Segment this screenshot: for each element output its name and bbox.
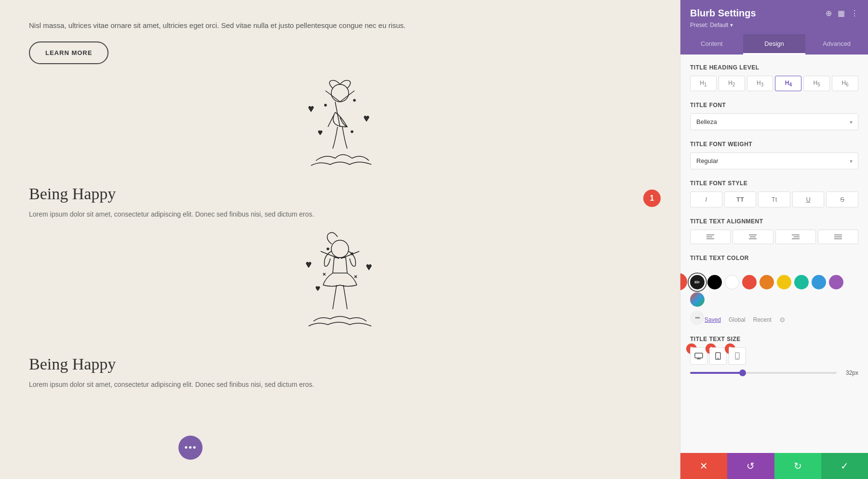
redo-button[interactable]: ↻ bbox=[774, 453, 821, 479]
title-text-color-label: Title Text Color bbox=[690, 255, 858, 261]
color-swatch-gradient[interactable] bbox=[690, 292, 705, 307]
style-capitalize-button[interactable]: Tt bbox=[758, 192, 790, 207]
style-underline-button[interactable]: U bbox=[792, 192, 825, 207]
panel-header: Blurb Settings ⊕ ▦ ⋮ Preset: Default ▾ bbox=[680, 0, 868, 34]
panel-title-row: Blurb Settings ⊕ ▦ ⋮ bbox=[690, 8, 858, 19]
text-block-top: Nisl massa, ultrices vitae ornare sit am… bbox=[29, 19, 651, 64]
size-slider[interactable] bbox=[690, 372, 837, 374]
section-1-title: Being Happy bbox=[29, 185, 651, 203]
panel-header-icons: ⊕ ▦ ⋮ bbox=[826, 9, 858, 18]
color-tab-recent[interactable]: Recent bbox=[753, 316, 772, 323]
svg-point-31 bbox=[718, 358, 719, 359]
color-swatch-blue[interactable] bbox=[812, 275, 826, 289]
color-swatch-yellow[interactable] bbox=[777, 275, 791, 289]
title-text-size-group: Title Text Size 3 bbox=[690, 336, 858, 376]
title-font-weight-group: Title Font Weight Regular ▼ bbox=[690, 141, 858, 169]
color-swatch-black[interactable] bbox=[707, 275, 722, 289]
panel-body: Title Heading Level H1 H2 H3 H4 H5 H6 Ti… bbox=[680, 55, 868, 453]
h6-button[interactable]: H6 bbox=[832, 76, 858, 91]
align-left-button[interactable] bbox=[690, 230, 731, 244]
illustration-2 bbox=[29, 230, 651, 345]
svg-point-6 bbox=[331, 240, 349, 258]
title-text-alignment-label: Title Text Alignment bbox=[690, 218, 858, 225]
mobile-size-button[interactable] bbox=[729, 347, 746, 365]
svg-point-10 bbox=[327, 248, 329, 250]
svg-point-4 bbox=[325, 104, 326, 106]
color-extra-row: ••• Saved Global Recent ⚙ bbox=[690, 311, 858, 325]
tab-content[interactable]: Content bbox=[680, 34, 743, 55]
size-slider-row: 32px bbox=[690, 370, 858, 376]
title-text-alignment-group: Title Text Alignment bbox=[690, 218, 858, 244]
align-center-icon bbox=[749, 234, 757, 240]
more-colors-button[interactable]: ••• bbox=[690, 311, 705, 325]
font-style-buttons: I TT Tt U S bbox=[690, 192, 858, 207]
badge-1: 1 bbox=[650, 194, 654, 203]
section-1-text: Lorem ipsum dolor sit amet, consectetur … bbox=[29, 209, 651, 220]
svg-line-2 bbox=[340, 91, 354, 102]
panel-preset[interactable]: Preset: Default ▾ bbox=[690, 22, 858, 28]
tab-advanced[interactable]: Advanced bbox=[805, 34, 868, 55]
illustration-1 bbox=[29, 79, 651, 175]
h3-button[interactable]: H3 bbox=[747, 76, 773, 91]
heading-level-buttons: H1 H2 H3 H4 H5 H6 bbox=[690, 76, 858, 91]
tablet-icon bbox=[715, 352, 721, 360]
svg-rect-27 bbox=[695, 353, 703, 358]
align-left-icon bbox=[706, 234, 714, 240]
panel-title: Blurb Settings bbox=[690, 8, 756, 19]
color-settings-icon[interactable]: ⚙ bbox=[779, 316, 786, 324]
cancel-button[interactable]: ✕ bbox=[680, 453, 727, 479]
desktop-icon bbox=[694, 353, 703, 359]
layout-icon[interactable]: ▦ bbox=[838, 9, 845, 18]
undo-button[interactable]: ↺ bbox=[727, 453, 774, 479]
color-swatch-red[interactable] bbox=[742, 275, 757, 289]
h5-button[interactable]: H5 bbox=[803, 76, 830, 91]
h4-button[interactable]: H4 bbox=[775, 76, 801, 91]
align-center-button[interactable] bbox=[732, 230, 773, 244]
more-options-icon[interactable]: ⋮ bbox=[851, 9, 858, 18]
color-swatch-pen[interactable]: ✏ bbox=[690, 275, 705, 289]
size-value: 32px bbox=[841, 370, 858, 376]
svg-point-9 bbox=[351, 253, 353, 255]
color-tabs: Saved Global Recent ⚙ bbox=[705, 316, 786, 324]
color-swatch-green[interactable] bbox=[794, 275, 809, 289]
svg-line-1 bbox=[326, 91, 340, 102]
alignment-buttons bbox=[690, 230, 858, 244]
align-right-button[interactable] bbox=[775, 230, 816, 244]
h2-button[interactable]: H2 bbox=[719, 76, 745, 91]
target-icon[interactable]: ⊕ bbox=[826, 9, 832, 18]
title-font-select-wrapper: Belleza ▼ bbox=[690, 113, 858, 130]
svg-point-5 bbox=[351, 131, 353, 133]
h1-button[interactable]: H1 bbox=[690, 76, 717, 91]
floating-menu-dots: ••• bbox=[184, 441, 197, 454]
style-bold-button[interactable]: TT bbox=[724, 192, 757, 207]
section-2-text: Lorem ipsum dolor sit amet, consectetur … bbox=[29, 379, 651, 391]
style-strikethrough-button[interactable]: S bbox=[826, 192, 858, 207]
color-swatch-orange[interactable] bbox=[760, 275, 774, 289]
tablet-size-button[interactable] bbox=[709, 347, 727, 365]
color-swatch-white[interactable] bbox=[725, 275, 739, 289]
desktop-size-button[interactable] bbox=[690, 347, 707, 365]
svg-point-3 bbox=[353, 99, 355, 101]
title-font-select[interactable]: Belleza bbox=[690, 113, 858, 130]
settings-panel: Blurb Settings ⊕ ▦ ⋮ Preset: Default ▾ C… bbox=[680, 0, 868, 479]
learn-more-button[interactable]: LEARN MORE bbox=[29, 41, 108, 64]
color-tab-global[interactable]: Global bbox=[729, 316, 746, 323]
tablet-size-wrapper: 4 bbox=[709, 347, 727, 365]
panel-tabs: Content Design Advanced bbox=[680, 34, 868, 55]
title-text-color-group: Title Text Color 2 ✏ ••• bbox=[690, 255, 858, 325]
panel-footer: ✕ ↺ ↻ ✓ bbox=[680, 453, 868, 479]
style-italic-button[interactable]: I bbox=[690, 192, 722, 207]
floating-menu-button[interactable]: ••• bbox=[178, 436, 203, 460]
align-justify-button[interactable] bbox=[818, 230, 858, 244]
tab-design[interactable]: Design bbox=[743, 34, 806, 55]
illustration-svg-1 bbox=[268, 79, 412, 175]
main-content: Nisl massa, ultrices vitae ornare sit am… bbox=[0, 0, 680, 479]
title-font-weight-select[interactable]: Regular bbox=[690, 152, 858, 169]
color-swatch-purple[interactable] bbox=[829, 275, 843, 289]
color-tab-saved[interactable]: Saved bbox=[705, 316, 721, 323]
align-justify-icon bbox=[834, 234, 842, 240]
align-right-icon bbox=[792, 234, 800, 240]
save-button[interactable]: ✓ bbox=[821, 453, 868, 479]
svg-rect-30 bbox=[716, 353, 720, 359]
title-font-weight-label: Title Font Weight bbox=[690, 141, 858, 148]
